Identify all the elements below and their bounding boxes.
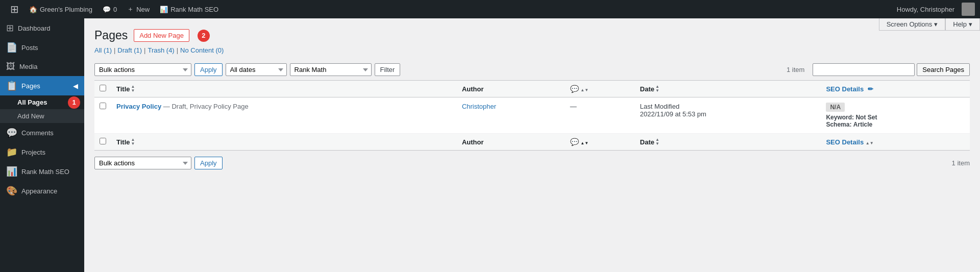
media-icon: 🖼 — [6, 61, 15, 72]
th-seo: SEO Details ✏ — [821, 81, 970, 97]
avatar — [962, 3, 975, 16]
schema-label: Schema: — [826, 121, 851, 128]
filter-links: All (1) | Draft (1) | Trash (4) | No Con… — [94, 46, 970, 54]
date-sort-arrows: ▲▼ — [655, 85, 659, 93]
tfoot-title-sort-arrows: ▲▼ — [131, 138, 135, 146]
filter-trash-link[interactable]: Trash (4) — [148, 46, 174, 54]
dash-symbol: — — [570, 103, 577, 110]
dashboard-icon: ⊞ — [6, 22, 14, 34]
th-title: Title ▲▼ — [111, 81, 457, 97]
sidebar-comments-label: Comments — [21, 129, 54, 137]
sidebar-item-dashboard[interactable]: ⊞ Dashboard — [0, 18, 84, 38]
date-value: 2022/11/09 at 5:53 pm — [640, 110, 816, 118]
rank-math-filter-select[interactable]: Rank Math — [290, 63, 372, 76]
page-title-meta: — Draft, Privacy Policy Page — [163, 103, 249, 110]
wp-logo-link[interactable]: ⊞ — [5, 0, 24, 18]
projects-icon: 📁 — [6, 146, 17, 158]
apply-top-button[interactable]: Apply — [194, 63, 223, 76]
screen-options-label: Screen Options — [887, 20, 933, 28]
seo-badge: N/A — [826, 103, 845, 112]
rank-math-icon: 📊 — [160, 6, 168, 13]
filter-all-link[interactable]: All (1) — [94, 46, 112, 54]
page-header: Pages Add New Page 2 — [94, 29, 970, 42]
sidebar-appearance-label: Appearance — [21, 187, 57, 195]
screen-options-button[interactable]: Screen Options ▾ — [879, 18, 946, 31]
badge-1: 1 — [68, 96, 80, 109]
pages-collapse-icon: ◀ — [73, 82, 78, 90]
page-title: Pages — [94, 29, 128, 42]
add-new-sub-label: Add New — [17, 112, 44, 120]
tfoot-th-title: Title ▲▼ — [111, 134, 457, 151]
schema-value: Article — [853, 121, 872, 128]
bottom-item-count: 1 item — [952, 159, 970, 167]
row-seo-cell: N/A Keyword: Not Set Schema: Article — [821, 97, 970, 134]
keyword-value: Not Set — [855, 114, 877, 121]
screen-options-chevron-icon: ▾ — [934, 20, 938, 28]
top-filter-bar: Bulk actions Apply All dates Rank Math F… — [94, 60, 970, 79]
sidebar-posts-label: Posts — [21, 44, 38, 52]
sidebar-sub-add-new[interactable]: Add New — [0, 109, 84, 123]
tfoot-date-sort-arrows: ▲▼ — [655, 138, 659, 146]
posts-icon: 📄 — [6, 42, 17, 53]
seo-keyword: Keyword: Not Set — [826, 114, 965, 121]
sidebar-item-rank-math[interactable]: 📊 Rank Math SEO — [0, 162, 84, 181]
tfoot-title-sort[interactable]: Title ▲▼ — [116, 138, 135, 146]
seo-edit-icon[interactable]: ✏ — [868, 85, 873, 93]
filter-no-content-link[interactable]: No Content (0) — [180, 46, 224, 54]
comments-link[interactable]: 💬 0 — [97, 0, 122, 18]
sidebar-item-media[interactable]: 🖼 Media — [0, 57, 84, 76]
pages-table: Title ▲▼ Author 💬 ▲▼ Date ▲▼ — [94, 80, 970, 151]
help-button[interactable]: Help ▾ — [945, 18, 980, 31]
filter-draft-link[interactable]: Draft (1) — [117, 46, 142, 54]
th-checkbox — [94, 81, 111, 97]
row-date-cell: Last Modified 2022/11/09 at 5:53 pm — [635, 97, 821, 134]
bulk-actions-bottom-select[interactable]: Bulk actions — [94, 157, 191, 169]
new-content-link[interactable]: ＋ New — [122, 0, 155, 18]
badge-2: 2 — [198, 30, 210, 42]
search-pages-button[interactable]: Search Pages — [917, 63, 970, 76]
help-chevron-icon: ▾ — [969, 20, 972, 28]
table-row: Privacy Policy — Draft, Privacy Policy P… — [94, 97, 970, 134]
tfoot-checkbox — [94, 134, 111, 151]
keyword-label: Keyword: — [826, 114, 854, 121]
th-author: Author — [457, 81, 565, 97]
sidebar: ⊞ Dashboard 📄 Posts 🖼 Media 📋 Pages ◀ Al… — [0, 18, 84, 272]
page-title-link[interactable]: Privacy Policy — [116, 103, 161, 110]
author-link[interactable]: Christopher — [462, 103, 496, 110]
title-sort-arrows: ▲▼ — [131, 85, 135, 93]
sidebar-sub-all-pages[interactable]: All Pages 1 — [0, 95, 84, 109]
row-checkbox-cell — [94, 97, 111, 134]
search-input[interactable] — [813, 63, 915, 76]
tfoot-date-sort[interactable]: Date ▲▼ — [640, 138, 659, 146]
sidebar-item-posts[interactable]: 📄 Posts — [0, 38, 84, 57]
add-new-page-button[interactable]: Add New Page — [134, 29, 189, 42]
comment-sort-arrows: ▲▼ — [580, 88, 589, 92]
seo-col-label: SEO Details — [826, 85, 864, 93]
select-all-checkbox[interactable] — [100, 85, 106, 91]
sidebar-item-comments[interactable]: 💬 Comments — [0, 123, 84, 142]
row-comments-cell: — — [565, 97, 635, 134]
new-label: New — [136, 6, 150, 13]
tfoot-seo-sort-arrows: ▲▼ — [866, 141, 874, 145]
row-checkbox[interactable] — [100, 103, 106, 109]
title-sort[interactable]: Title ▲▼ — [116, 85, 135, 93]
sidebar-item-appearance[interactable]: 🎨 Appearance — [0, 181, 84, 201]
sidebar-pages-label: Pages — [21, 82, 40, 90]
wp-logo-icon: ⊞ — [10, 3, 19, 15]
date-filter-select[interactable]: All dates — [226, 63, 287, 76]
date-sort[interactable]: Date ▲▼ — [640, 85, 659, 93]
tfoot-select-all-checkbox[interactable] — [100, 138, 106, 144]
rank-math-link[interactable]: 📊 Rank Math SEO — [155, 0, 224, 18]
row-author-cell: Christopher — [457, 97, 565, 134]
all-pages-label: All Pages — [17, 98, 47, 106]
filter-button[interactable]: Filter — [375, 63, 401, 76]
apply-bottom-button[interactable]: Apply — [194, 157, 223, 169]
seo-schema: Schema: Article — [826, 121, 965, 128]
th-comments: 💬 ▲▼ — [565, 81, 635, 97]
sidebar-item-pages[interactable]: 📋 Pages ◀ — [0, 76, 84, 95]
help-label: Help — [953, 20, 967, 28]
sidebar-projects-label: Projects — [21, 149, 45, 156]
site-name-link[interactable]: 🏠 Green's Plumbing — [24, 0, 97, 18]
bulk-actions-top-select[interactable]: Bulk actions — [94, 63, 191, 76]
sidebar-item-projects[interactable]: 📁 Projects — [0, 142, 84, 162]
